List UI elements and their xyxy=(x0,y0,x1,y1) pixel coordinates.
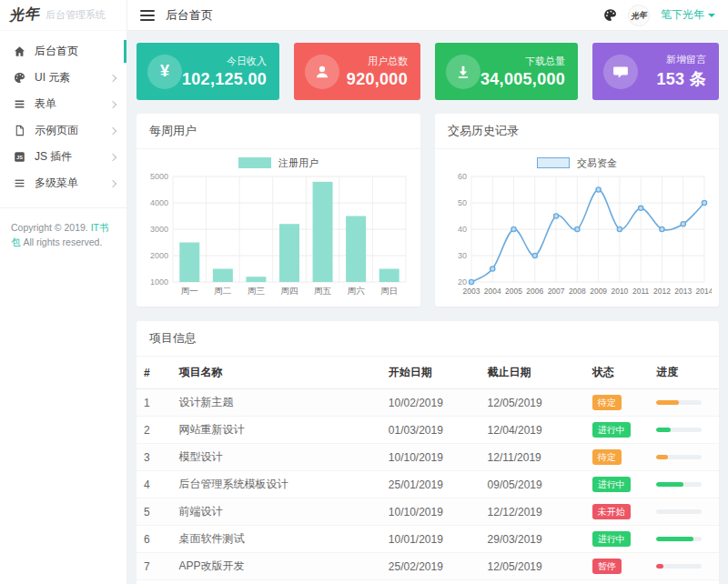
col-header: 进度 xyxy=(649,357,719,389)
chevron-right-icon xyxy=(109,126,116,134)
cell-progress xyxy=(649,444,719,471)
table-row: 2网站重新设计01/03/201912/04/2019进行中 xyxy=(136,417,719,444)
weekly-users-panel: 每周用户 注册用户 10002000300040005000周一周二周三周四周五… xyxy=(136,114,420,307)
form-icon xyxy=(13,98,25,111)
sidebar-item-4[interactable]: JSJS 插件 xyxy=(0,144,126,170)
legend-swatch xyxy=(537,157,570,168)
progress-fill xyxy=(656,428,671,432)
sidebar-item-5[interactable]: 多级菜单 xyxy=(0,170,126,196)
cell-end-date: 12/11/2019 xyxy=(480,444,585,471)
sidebar-item-label: 多级菜单 xyxy=(35,176,110,191)
sidebar-item-3[interactable]: 示例页面 xyxy=(0,117,126,144)
navbar-right: 光年 笔下光年 xyxy=(603,5,715,26)
cell-end-date: 12/05/2019 xyxy=(480,389,585,417)
cell-status: 待定 xyxy=(585,389,649,417)
main-area: 后台首页 光年 笔下光年 ¥今日收入102,125.00用户总数920,000下… xyxy=(127,0,728,584)
cell-num: 1 xyxy=(136,389,171,417)
cell-end-date: 12/04/2019 xyxy=(480,417,585,444)
chevron-right-icon xyxy=(109,74,116,81)
brand-logo[interactable]: 光年 后台管理系统 xyxy=(0,0,126,31)
sidebar-nav: 后台首页UI 元素表单示例页面JSJS 插件多级菜单 xyxy=(0,31,126,196)
yen-icon: ¥ xyxy=(147,55,182,89)
hamburger-icon[interactable] xyxy=(140,7,155,24)
stat-card-0: ¥今日收入102,125.00 xyxy=(136,43,279,100)
svg-text:2014: 2014 xyxy=(696,287,712,296)
stat-card-label: 新增留言 xyxy=(638,53,706,66)
svg-text:周二: 周二 xyxy=(214,286,231,296)
svg-text:周一: 周一 xyxy=(181,286,198,296)
table-row: 5前端设计10/10/201912/12/2019未开始 xyxy=(136,498,719,526)
js-icon: JS xyxy=(13,151,25,164)
cell-progress xyxy=(649,553,719,580)
svg-text:30: 30 xyxy=(458,251,467,260)
table-row: 6桌面软件测试10/01/201929/03/2019进行中 xyxy=(136,526,719,553)
table-row: 3模型设计10/10/201912/11/2019待定 xyxy=(136,444,719,471)
project-info-panel: 项目信息 # 项目名称 开始日期 截止日期 状态 进度 1设计新主题10/02/… xyxy=(136,321,719,584)
svg-text:60: 60 xyxy=(458,172,467,181)
cell-num: 6 xyxy=(136,526,171,553)
cell-project-name: Logo设计 xyxy=(171,580,380,584)
svg-text:50: 50 xyxy=(458,198,467,207)
svg-text:周五: 周五 xyxy=(314,286,332,296)
chart-body: 注册用户 10002000300040005000周一周二周三周四周五周六周日 xyxy=(136,149,420,307)
brand-logo-text: 光年 xyxy=(8,5,40,25)
cell-status: 进行中 xyxy=(585,417,649,444)
cell-num: 3 xyxy=(136,444,171,471)
sidebar-item-2[interactable]: 表单 xyxy=(0,91,126,117)
cell-end-date: 12/05/2019 xyxy=(480,553,585,580)
home-icon xyxy=(13,45,25,58)
progress-fill xyxy=(656,537,693,541)
theme-palette-icon[interactable] xyxy=(603,8,617,22)
legend-label: 注册用户 xyxy=(278,156,318,170)
cell-start-date: 01/03/2019 xyxy=(381,417,480,444)
cell-num: 5 xyxy=(136,498,171,526)
user-avatar[interactable]: 光年 xyxy=(627,3,651,26)
legend-swatch xyxy=(238,157,271,168)
app-root: 光年 后台管理系统 后台首页UI 元素表单示例页面JSJS 插件多级菜单 Cop… xyxy=(0,0,728,584)
svg-text:周四: 周四 xyxy=(281,286,298,296)
download-icon xyxy=(446,55,480,89)
table-row: 8Logo设计10/02/201901/03/2019完成 xyxy=(136,580,719,584)
progress-bar xyxy=(656,428,702,432)
status-badge: 进行中 xyxy=(592,477,631,492)
top-navbar: 后台首页 光年 笔下光年 xyxy=(127,0,728,31)
col-header: # xyxy=(136,357,171,389)
cell-start-date: 10/02/2019 xyxy=(381,580,480,584)
user-dropdown[interactable]: 笔下光年 xyxy=(661,7,715,23)
cell-end-date: 12/12/2019 xyxy=(480,498,585,526)
cell-end-date: 29/03/2019 xyxy=(480,526,585,553)
palette-icon xyxy=(13,72,25,85)
stat-card-label: 今日收入 xyxy=(182,55,267,68)
progress-fill xyxy=(656,400,679,405)
col-header: 状态 xyxy=(585,357,649,389)
panel-title: 每周用户 xyxy=(136,114,420,149)
sidebar-item-0[interactable]: 后台首页 xyxy=(0,38,126,65)
progress-fill xyxy=(656,482,683,487)
cell-progress xyxy=(649,580,719,584)
sidebar-item-1[interactable]: UI 元素 xyxy=(0,65,126,91)
status-badge: 进行中 xyxy=(592,422,631,438)
svg-text:2006: 2006 xyxy=(526,287,543,296)
col-header: 项目名称 xyxy=(171,357,380,389)
svg-text:2007: 2007 xyxy=(548,287,565,296)
table-row: 7APP改版开发25/02/201912/05/2019暂停 xyxy=(136,553,719,580)
cell-progress xyxy=(649,471,719,498)
stat-card-text: 新增留言153 条 xyxy=(638,53,708,90)
status-badge: 待定 xyxy=(592,449,622,465)
stat-card-value: 34,005,000 xyxy=(480,70,565,89)
table-head: # 项目名称 开始日期 截止日期 状态 进度 xyxy=(136,357,719,389)
sidebar: 光年 后台管理系统 后台首页UI 元素表单示例页面JSJS 插件多级菜单 Cop… xyxy=(0,0,127,584)
cell-progress xyxy=(649,389,719,417)
charts-row: 每周用户 注册用户 10002000300040005000周一周二周三周四周五… xyxy=(136,114,719,307)
table-row: 1设计新主题10/02/201912/05/2019待定 xyxy=(136,389,719,417)
progress-fill xyxy=(656,455,668,459)
sidebar-item-label: 示例页面 xyxy=(35,123,110,138)
status-badge: 未开始 xyxy=(592,504,631,519)
copyright-prefix: Copyright © 2019. xyxy=(11,222,91,233)
chevron-right-icon xyxy=(109,179,116,186)
menu-icon xyxy=(13,177,25,190)
svg-text:1000: 1000 xyxy=(150,277,168,287)
svg-text:周六: 周六 xyxy=(348,286,366,296)
cell-start-date: 25/02/2019 xyxy=(381,553,480,580)
copyright-text: Copyright © 2019. IT书包 All rights reserv… xyxy=(0,208,126,263)
